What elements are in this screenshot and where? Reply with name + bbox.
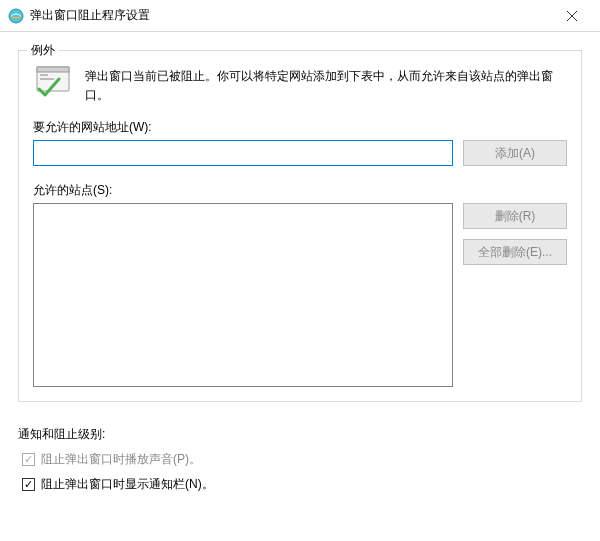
sites-buttons: 删除(R) 全部删除(E)...	[463, 203, 567, 265]
window-title: 弹出窗口阻止程序设置	[30, 7, 552, 24]
titlebar: 弹出窗口阻止程序设置	[0, 0, 600, 32]
remove-button[interactable]: 删除(R)	[463, 203, 567, 229]
add-button[interactable]: 添加(A)	[463, 140, 567, 166]
notify-checkbox-label: 阻止弹出窗口时显示通知栏(N)。	[41, 476, 214, 493]
app-icon	[8, 8, 24, 24]
sound-checkbox-row: 阻止弹出窗口时播放声音(P)。	[18, 451, 582, 468]
notify-checkbox-row: 阻止弹出窗口时显示通知栏(N)。	[18, 476, 582, 493]
window-checkmark-icon	[33, 65, 73, 97]
close-button[interactable]	[552, 2, 592, 30]
address-input[interactable]	[33, 140, 453, 166]
exceptions-fieldset: 例外 弹出窗口当前已被阻止。你可以将特定网站添加到下表中，从而允许来自该站点的弹…	[18, 50, 582, 402]
sites-row: 删除(R) 全部删除(E)...	[33, 203, 567, 387]
notify-checkbox[interactable]	[22, 478, 35, 491]
svg-rect-4	[37, 67, 69, 72]
allowed-sites-list[interactable]	[33, 203, 453, 387]
info-text: 弹出窗口当前已被阻止。你可以将特定网站添加到下表中，从而允许来自该站点的弹出窗口…	[85, 65, 567, 105]
info-row: 弹出窗口当前已被阻止。你可以将特定网站添加到下表中，从而允许来自该站点的弹出窗口…	[33, 65, 567, 105]
fieldset-legend: 例外	[27, 42, 59, 59]
address-label: 要允许的网站地址(W):	[33, 119, 567, 136]
svg-rect-6	[40, 78, 54, 80]
sites-label: 允许的站点(S):	[33, 182, 567, 199]
remove-all-button[interactable]: 全部删除(E)...	[463, 239, 567, 265]
sound-checkbox-label: 阻止弹出窗口时播放声音(P)。	[41, 451, 201, 468]
notification-section-label: 通知和阻止级别:	[18, 426, 582, 443]
content-area: 例外 弹出窗口当前已被阻止。你可以将特定网站添加到下表中，从而允许来自该站点的弹…	[0, 32, 600, 513]
svg-rect-5	[40, 74, 48, 76]
sound-checkbox	[22, 453, 35, 466]
address-row: 添加(A)	[33, 140, 567, 166]
